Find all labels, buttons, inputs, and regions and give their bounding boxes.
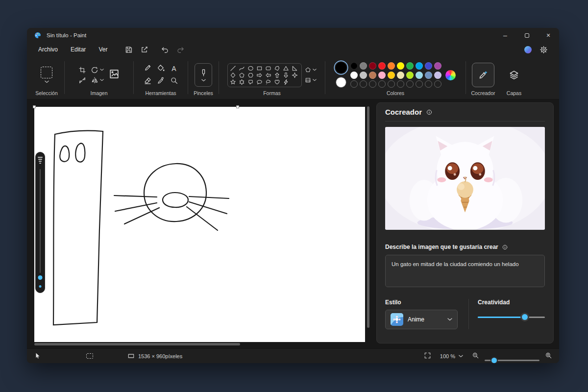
shape-hexagon[interactable] (247, 72, 254, 78)
color-swatch-empty[interactable] (397, 80, 404, 88)
zoom-dropdown[interactable]: 100 % (437, 352, 466, 361)
copilot-icon[interactable] (524, 46, 532, 53)
horizontal-scrollbar[interactable] (34, 343, 364, 345)
settings-button[interactable] (536, 44, 551, 55)
color-swatch[interactable] (369, 72, 376, 79)
shape-heart[interactable] (274, 79, 280, 85)
color-swatch-empty[interactable] (425, 80, 432, 88)
color-swatch[interactable] (425, 62, 432, 70)
color-swatch-empty[interactable] (388, 80, 395, 88)
selection-tool-button[interactable] (41, 67, 52, 83)
undo-button[interactable] (157, 44, 172, 55)
info-icon[interactable] (502, 244, 508, 250)
size-slider[interactable] (35, 152, 45, 293)
magnifier-tool-button[interactable] (170, 76, 178, 87)
share-button[interactable] (136, 44, 152, 55)
menu-item-editar[interactable]: Editar (64, 44, 92, 55)
shape-arrow-down[interactable] (283, 72, 289, 78)
shape-arrow-up[interactable] (274, 72, 280, 78)
shape-five-point-star[interactable] (230, 79, 236, 85)
shape-lightning[interactable] (283, 79, 289, 85)
color-swatch[interactable] (350, 72, 358, 79)
flip-button[interactable] (91, 76, 104, 84)
color-swatch[interactable] (406, 72, 414, 79)
generated-image[interactable] (385, 127, 545, 230)
color-swatch[interactable] (360, 62, 367, 70)
shape-oval-callout[interactable] (256, 79, 263, 85)
zoom-in-button[interactable] (545, 352, 552, 360)
drawing-canvas[interactable] (34, 107, 365, 342)
shape-right-triangle[interactable] (292, 65, 298, 72)
fit-to-window-button[interactable] (424, 352, 431, 360)
shape-fill-dropdown[interactable] (305, 77, 317, 83)
color-swatch-empty[interactable] (360, 80, 367, 88)
creativity-slider-thumb[interactable] (522, 314, 528, 320)
color-swatch-empty[interactable] (350, 80, 358, 88)
color-swatch-empty[interactable] (378, 80, 386, 88)
color-swatch[interactable] (350, 62, 358, 70)
shape-triangle[interactable] (283, 65, 289, 72)
menu-item-ver[interactable]: Ver (92, 44, 114, 55)
color-swatch[interactable] (378, 72, 386, 79)
minimize-button[interactable]: – (494, 28, 516, 43)
eraser-tool-button[interactable] (144, 76, 152, 87)
shape-rectangle[interactable] (256, 65, 263, 72)
shape-arrow-left[interactable] (265, 72, 271, 78)
color-swatch[interactable] (416, 62, 423, 70)
info-icon[interactable] (426, 109, 433, 116)
color-swatch-empty[interactable] (434, 80, 441, 88)
zoom-out-button[interactable] (472, 352, 479, 360)
shape-four-point-star[interactable] (292, 72, 298, 78)
color-swatch-empty[interactable] (406, 80, 414, 88)
shape-arrow-right[interactable] (256, 72, 263, 78)
color-secondary[interactable] (336, 77, 346, 88)
color-swatch-empty[interactable] (369, 80, 376, 88)
color-swatch[interactable] (434, 72, 441, 79)
color-swatch[interactable] (378, 62, 386, 70)
shape-rounded-callout[interactable] (247, 79, 254, 85)
text-tool-button[interactable]: A (172, 64, 176, 73)
rotate-button[interactable] (91, 66, 104, 74)
brushes-button[interactable] (195, 63, 212, 87)
vertical-scrollbar[interactable] (367, 106, 369, 341)
redo-button[interactable] (172, 44, 188, 55)
resize-button[interactable] (78, 76, 86, 84)
shape-polygon[interactable] (274, 65, 280, 72)
shape-curve[interactable] (239, 65, 245, 72)
zoom-slider-thumb[interactable] (491, 358, 497, 363)
color-swatch[interactable] (388, 62, 395, 70)
shape-diamond[interactable] (230, 72, 236, 78)
close-button[interactable]: × (538, 28, 559, 43)
color-swatch[interactable] (369, 62, 376, 70)
pencil-tool-button[interactable] (144, 64, 152, 74)
shape-pentagon[interactable] (239, 72, 245, 78)
shape-six-point-star[interactable] (239, 79, 245, 85)
horizontal-scrollbar-thumb[interactable] (34, 343, 240, 345)
crop-button[interactable] (78, 66, 86, 74)
color-swatch[interactable] (388, 72, 395, 79)
color-wheel-icon[interactable] (445, 70, 456, 80)
style-dropdown[interactable]: Anime (385, 310, 458, 329)
cocreator-button[interactable] (472, 63, 494, 87)
maximize-button[interactable] (516, 28, 538, 43)
eyedropper-tool-button[interactable] (157, 76, 165, 87)
fill-tool-button[interactable] (157, 64, 165, 74)
color-swatch[interactable] (425, 72, 432, 79)
size-slider-thumb[interactable] (38, 275, 43, 280)
shape-rounded-rectangle[interactable] (265, 65, 271, 72)
shape-outline-dropdown[interactable] (305, 67, 317, 73)
canvas-handle[interactable] (236, 105, 239, 108)
color-swatch[interactable] (406, 62, 414, 70)
color-primary[interactable] (336, 62, 346, 73)
color-swatch[interactable] (397, 62, 404, 70)
save-button[interactable] (121, 44, 136, 55)
shape-cloud-callout[interactable] (265, 79, 271, 85)
menu-item-archivo[interactable]: Archivo (32, 44, 64, 55)
prompt-textarea[interactable]: Un gato en mitad de la ciudad comiendo u… (385, 255, 545, 287)
color-swatch[interactable] (397, 72, 404, 79)
canvas-handle[interactable] (33, 105, 36, 108)
image-options-button[interactable] (108, 68, 120, 82)
layers-button[interactable] (504, 64, 524, 86)
vertical-scrollbar-thumb[interactable] (367, 106, 369, 328)
color-swatch[interactable] (416, 72, 423, 79)
